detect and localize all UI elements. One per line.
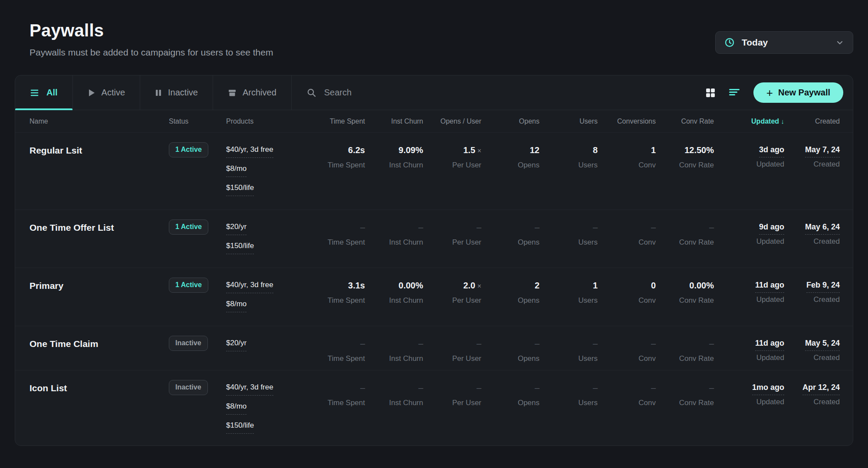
tab-active[interactable]: Active	[73, 75, 140, 110]
tab-inactive[interactable]: Inactive	[140, 75, 213, 110]
column-header-name[interactable]: Name	[26, 118, 169, 125]
metric-conv: –Conv	[598, 339, 656, 363]
table-row[interactable]: Icon ListInactive$40/yr, 3d free$8/mo$15…	[15, 370, 853, 446]
column-header-users[interactable]: Users	[539, 118, 598, 125]
clock-icon	[724, 37, 735, 48]
created-value[interactable]: Apr 12, 24	[802, 383, 840, 395]
tab-all[interactable]: All	[15, 75, 73, 110]
column-header-conv-rate[interactable]: Conv Rate	[656, 118, 714, 125]
metric-conv-rate: 0.00%Conv Rate	[656, 281, 714, 305]
column-header-opens-user[interactable]: Opens / User	[423, 118, 481, 125]
metric-per-user: 1.5 ×Per User	[423, 145, 481, 170]
table-body: Regular Lsit1 Active$40/yr, 3d free$8/mo…	[15, 133, 853, 446]
product-price[interactable]: $8/mo	[226, 300, 307, 312]
list-icon	[30, 88, 40, 97]
product-price[interactable]: $8/mo	[226, 164, 307, 177]
updated-cell: 3d agoUpdated	[714, 145, 784, 169]
product-price[interactable]: $20/yr	[226, 223, 307, 235]
tab-archived[interactable]: Archived	[213, 75, 292, 110]
updated-value[interactable]: 1mo ago	[752, 383, 784, 395]
product-price[interactable]: $20/yr	[226, 339, 307, 351]
product-price[interactable]: $8/mo	[226, 402, 307, 415]
created-value[interactable]: May 7, 24	[805, 145, 840, 157]
table-row[interactable]: Regular Lsit1 Active$40/yr, 3d free$8/mo…	[15, 133, 853, 210]
play-icon	[88, 88, 95, 97]
search-box	[292, 75, 705, 110]
column-header-status[interactable]: Status	[169, 118, 226, 125]
metric-conv: 0Conv	[598, 281, 656, 305]
created-value[interactable]: May 6, 24	[805, 223, 840, 235]
status-badge: 1 Active	[169, 219, 208, 235]
metric-users: 8Users	[539, 145, 598, 170]
metric-opens: 2Opens	[481, 281, 539, 305]
date-range-select[interactable]: Today	[715, 31, 853, 54]
archive-icon	[228, 88, 237, 97]
view-toggles	[705, 75, 753, 110]
product-price[interactable]: $150/life	[226, 421, 307, 434]
paywall-name: One Time Claim	[26, 339, 169, 349]
table-row[interactable]: Primary1 Active$40/yr, 3d free$8/mo3.1sT…	[15, 268, 853, 326]
metric-conv-rate: –Conv Rate	[656, 383, 714, 407]
updated-cell: 9d agoUpdated	[714, 223, 784, 246]
product-price[interactable]: $40/yr, 3d free	[226, 281, 307, 293]
column-header-updated[interactable]: Updated ↓	[714, 118, 784, 125]
created-cell: Feb 9, 24Created	[784, 281, 840, 304]
products-list: $20/yr$150/life	[226, 223, 307, 261]
paywall-name: Regular Lsit	[26, 145, 169, 156]
page-header: Paywalls Paywalls must be added to campa…	[0, 0, 868, 58]
column-header-opens[interactable]: Opens	[481, 118, 539, 125]
metric-conv-rate: –Conv Rate	[656, 223, 714, 247]
table-row[interactable]: One Time ClaimInactive$20/yr–Time Spent–…	[15, 326, 853, 370]
pause-icon	[155, 88, 162, 97]
column-header-conversions[interactable]: Conversions	[598, 118, 656, 125]
product-price[interactable]: $40/yr, 3d free	[226, 383, 307, 396]
grid-view-icon[interactable]	[705, 87, 716, 98]
chevron-down-icon	[835, 38, 844, 47]
metric-inst-churn: –Inst Churn	[365, 223, 423, 247]
product-price[interactable]: $150/life	[226, 242, 307, 254]
table-header: NameStatusProductsTime SpentInst ChurnOp…	[15, 110, 853, 133]
paywall-name: One Time Offer List	[26, 223, 169, 233]
column-header-time-spent[interactable]: Time Spent	[307, 118, 365, 125]
products-list: $20/yr	[226, 339, 307, 358]
metric-opens: –Opens	[481, 383, 539, 407]
metric-users: –Users	[539, 339, 598, 363]
paywall-name: Primary	[26, 281, 169, 291]
product-price[interactable]: $150/life	[226, 183, 307, 196]
table-row[interactable]: One Time Offer List1 Active$20/yr$150/li…	[15, 210, 853, 268]
created-cell: May 7, 24Created	[784, 145, 840, 169]
updated-value[interactable]: 11d ago	[755, 281, 784, 293]
created-cell: Apr 12, 24Created	[784, 383, 840, 406]
product-price[interactable]: $40/yr, 3d free	[226, 145, 307, 158]
new-paywall-button[interactable]: + New Paywall	[753, 82, 843, 103]
column-header-inst-churn[interactable]: Inst Churn	[365, 118, 423, 125]
updated-cell: 11d agoUpdated	[714, 281, 784, 304]
metric-time-spent: –Time Spent	[307, 223, 365, 247]
column-header-created[interactable]: Created	[784, 118, 840, 125]
updated-value[interactable]: 11d ago	[755, 339, 784, 351]
updated-value[interactable]: 9d ago	[759, 223, 784, 235]
metric-conv: –Conv	[598, 383, 656, 407]
column-header-products[interactable]: Products	[226, 118, 307, 125]
updated-cell: 1mo agoUpdated	[714, 383, 784, 406]
page-subtitle: Paywalls must be added to campaigns for …	[30, 47, 273, 58]
status-badge: 1 Active	[169, 278, 208, 293]
metric-conv-rate: 12.50%Conv Rate	[656, 145, 714, 170]
created-value[interactable]: May 5, 24	[805, 339, 840, 351]
metric-inst-churn: 9.09%Inst Churn	[365, 145, 423, 170]
metric-per-user: –Per User	[423, 339, 481, 363]
products-list: $40/yr, 3d free$8/mo	[226, 281, 307, 319]
metric-users: –Users	[539, 223, 598, 247]
rows-view-icon[interactable]	[728, 88, 740, 98]
updated-value[interactable]: 3d ago	[759, 145, 784, 157]
metric-conv-rate: –Conv Rate	[656, 339, 714, 363]
search-input[interactable]	[324, 88, 690, 98]
date-range-value: Today	[742, 37, 829, 48]
status-badge: Inactive	[169, 380, 208, 395]
metric-users: 1Users	[539, 281, 598, 305]
plus-icon: +	[766, 87, 773, 98]
metric-inst-churn: –Inst Churn	[365, 339, 423, 363]
created-value[interactable]: Feb 9, 24	[806, 281, 840, 293]
status-badge: 1 Active	[169, 142, 208, 157]
metric-time-spent: –Time Spent	[307, 339, 365, 363]
